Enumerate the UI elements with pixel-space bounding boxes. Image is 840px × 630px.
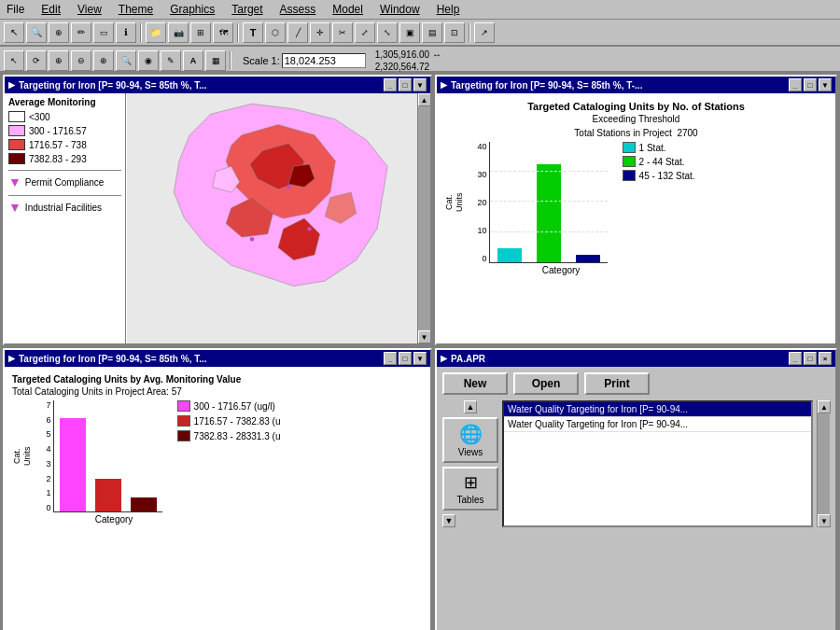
permit-section: ▼ Permit Compliance <box>8 170 121 189</box>
legend-stat3-label: 45 - 132 Stat. <box>639 171 695 181</box>
tool-square3[interactable]: ⊡ <box>444 22 465 43</box>
tool-camera[interactable]: 📷 <box>168 22 189 43</box>
pa-content: New Open Print ▲ 🌐 Views ⊞ Ta <box>437 367 835 630</box>
bar2-close-btn[interactable]: ▼ <box>413 352 427 365</box>
pa-minimize-btn[interactable]: _ <box>789 352 802 365</box>
pa-open-btn[interactable]: Open <box>513 372 579 395</box>
bar2-window: ▶ Targeting for Iron [P= 90-94, S= 85th … <box>3 348 432 630</box>
bar2-minimize-btn[interactable]: _ <box>384 352 397 365</box>
tool-cross[interactable]: ✛ <box>310 22 330 43</box>
pa-list-item-1[interactable]: Water Quality Targeting for Iron [P= 90-… <box>504 417 811 432</box>
bar2-window-titlebar: ▶ Targeting for Iron [P= 90-94, S= 85th … <box>5 350 430 367</box>
chart-window-title: Targeting for Iron [P= 90-94, S= 85th %,… <box>451 80 642 91</box>
legend-item-1: 300 - 1716.57 <box>8 125 121 136</box>
bar2-legend-label-0: 300 - 1716.57 (ug/l) <box>194 401 275 412</box>
tool-cursor2[interactable]: ↗ <box>474 22 495 43</box>
bar2-maximize-btn[interactable]: □ <box>399 352 412 365</box>
pa-tables-btn[interactable]: ⊞ Tables <box>442 467 498 511</box>
map-scrollbar[interactable]: ▲ ▼ <box>417 93 430 343</box>
chart-window-titlebar: ▶ Targeting for Iron [P= 90-94, S= 85th … <box>437 77 835 93</box>
menu-theme[interactable]: Theme <box>116 2 156 17</box>
menu-help[interactable]: Help <box>434 2 463 17</box>
win-maximize-btn[interactable]: □ <box>399 78 412 91</box>
tool-grid[interactable]: ⊞ <box>190 22 211 43</box>
tool-r2[interactable]: ⟳ <box>26 50 47 71</box>
scroll-up-btn[interactable]: ▲ <box>418 93 431 106</box>
tool-expand[interactable]: ⤢ <box>355 22 375 43</box>
bar-cat3 <box>576 255 600 262</box>
tool-r3[interactable]: ⊕ <box>49 50 69 71</box>
tool-r4[interactable]: ⊖ <box>71 50 91 71</box>
tool-text[interactable]: T <box>243 22 263 43</box>
win-close-btn[interactable]: ▼ <box>413 78 427 91</box>
legend-color-0 <box>8 111 25 122</box>
map-area: ▲ ▼ <box>126 93 430 343</box>
pa-arrow-icon: ▶ <box>441 354 447 363</box>
tool-zoom[interactable]: 🔍 <box>26 22 47 43</box>
tool-r10[interactable]: ▦ <box>205 50 226 71</box>
bar2-legend-label-2: 7382.83 - 28331.3 (u <box>194 431 281 441</box>
pa-list-container: Water Quality Targeting for Iron [P= 90-… <box>502 400 813 527</box>
main-content: ▶ Targeting for Iron [P= 90-94, S= 85th … <box>0 72 840 630</box>
pa-sidebar: ▲ 🌐 Views ⊞ Tables ▼ <box>442 400 498 527</box>
menu-edit[interactable]: Edit <box>38 2 63 17</box>
legend-color-stat1 <box>623 142 636 153</box>
bar2-main: Cat.Units 0 1 2 3 4 5 6 7 <box>12 400 423 525</box>
menu-view[interactable]: View <box>75 2 105 17</box>
tool-shrink[interactable]: ⤡ <box>377 22 398 43</box>
tool-r8[interactable]: ✎ <box>161 50 181 71</box>
tool-polygon[interactable]: ⬡ <box>265 22 286 43</box>
scale-input[interactable] <box>282 53 366 68</box>
legend-item-2: 1716.57 - 738 <box>8 139 121 150</box>
pa-new-btn[interactable]: New <box>442 372 508 395</box>
tool-scissor[interactable]: ✂ <box>332 22 353 43</box>
menu-assess[interactable]: Assess <box>277 2 319 17</box>
menu-graphics[interactable]: Graphics <box>167 2 217 17</box>
pa-maximize-btn[interactable]: □ <box>804 352 817 365</box>
tool-info[interactable]: ℹ <box>116 22 136 43</box>
scroll-down-btn[interactable]: ▼ <box>418 330 431 343</box>
tool-square1[interactable]: ▣ <box>399 22 420 43</box>
tool-r9[interactable]: A <box>183 50 203 71</box>
pa-main-area: ▲ 🌐 Views ⊞ Tables ▼ Water Quality Targe… <box>442 400 830 527</box>
legend-stat1: 1 Stat. <box>623 142 695 153</box>
chart-total: Total Stations in Project 2700 <box>444 128 828 138</box>
chart-maximize-btn[interactable]: □ <box>804 78 817 91</box>
tool-pencil[interactable]: ✏ <box>71 22 91 43</box>
pa-print-btn[interactable]: Print <box>584 372 650 395</box>
menu-model[interactable]: Model <box>329 2 366 17</box>
win-minimize-btn[interactable]: _ <box>384 78 397 91</box>
tool-line[interactable]: ╱ <box>287 22 308 43</box>
tool-r5[interactable]: ⊕ <box>93 50 114 71</box>
menu-target[interactable]: Target <box>229 2 265 17</box>
tool-r7[interactable]: ◉ <box>138 50 159 71</box>
svg-point-11 <box>307 227 311 231</box>
tool-zoom2[interactable]: ⊕ <box>49 22 69 43</box>
pa-list-item-0[interactable]: Water Quality Targeting for Iron [P= 90-… <box>504 402 811 417</box>
gridline2 <box>490 201 608 202</box>
bar2-xlabel: Category <box>66 514 162 525</box>
list-scroll-down-btn[interactable]: ▼ <box>818 514 831 527</box>
menu-file[interactable]: File <box>4 2 27 17</box>
tool-folder[interactable]: 📁 <box>146 22 166 43</box>
pa-close-btn[interactable]: × <box>819 352 832 365</box>
total-label: Total Stations in Project <box>574 128 672 138</box>
tool-r6[interactable]: 🔍 <box>116 50 136 71</box>
sidebar-scroll-up-btn[interactable]: ▲ <box>464 400 477 413</box>
tool-select[interactable]: ▭ <box>93 22 114 43</box>
tool-arrow[interactable]: ↖ <box>4 22 24 43</box>
tool-square2[interactable]: ▤ <box>422 22 442 43</box>
bar-cat2 <box>537 164 561 262</box>
tool-r1[interactable]: ↖ <box>4 50 24 71</box>
bar2-bar-wrap: 0 1 2 3 4 5 6 7 <box>38 400 162 525</box>
legend-color-stat3 <box>623 170 636 181</box>
legend-label-2: 1716.57 - 738 <box>29 140 87 150</box>
tool-map[interactable]: 🗺 <box>213 22 233 43</box>
list-scroll-up-btn[interactable]: ▲ <box>818 400 831 413</box>
chart-yaxis-area: Cat.Units <box>444 142 465 275</box>
chart-minimize-btn[interactable]: _ <box>789 78 802 91</box>
sidebar-scroll-down-btn[interactable]: ▼ <box>442 514 455 527</box>
chart-close-btn[interactable]: ▼ <box>819 78 832 91</box>
menu-window[interactable]: Window <box>377 2 423 17</box>
pa-views-btn[interactable]: 🌐 Views <box>442 417 498 463</box>
